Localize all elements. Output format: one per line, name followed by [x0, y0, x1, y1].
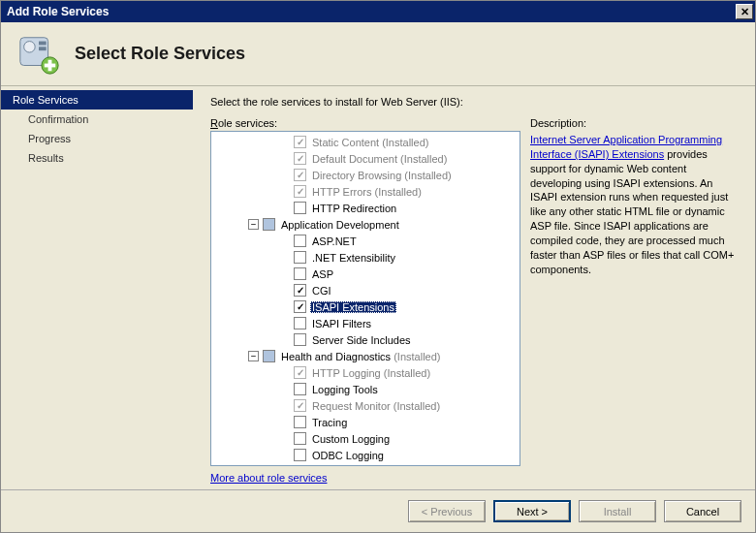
- close-icon[interactable]: ✕: [736, 4, 753, 19]
- checkbox: [294, 136, 306, 148]
- tree-node[interactable]: Server Side Includes: [211, 331, 520, 348]
- tree-node[interactable]: CGI: [211, 282, 520, 298]
- node-label[interactable]: Security: [279, 466, 371, 467]
- node-label[interactable]: HTTP Redirection: [310, 203, 398, 214]
- role-services-tree[interactable]: Static ContentDefault DocumentDirectory …: [210, 131, 520, 466]
- svg-rect-2: [39, 41, 47, 45]
- tree-node[interactable]: ODBC Logging: [211, 447, 520, 463]
- node-label[interactable]: .NET Extensibility: [310, 252, 397, 264]
- checkbox[interactable]: [294, 235, 306, 247]
- node-label[interactable]: HTTP Errors: [310, 186, 424, 198]
- checkbox[interactable]: [294, 251, 306, 264]
- node-label[interactable]: Custom Logging: [310, 433, 392, 445]
- node-label[interactable]: Health and Diagnostics: [279, 351, 442, 362]
- checkbox[interactable]: [294, 300, 306, 313]
- cancel-button[interactable]: Cancel: [664, 500, 741, 522]
- node-label[interactable]: ISAPI Extensions: [310, 301, 396, 313]
- previous-button[interactable]: < Previous: [408, 500, 486, 522]
- sidebar-step-results[interactable]: Results: [1, 148, 193, 168]
- checkbox: [294, 185, 306, 198]
- wizard-footer: < Previous Next > Install Cancel: [1, 489, 755, 532]
- tree-node[interactable]: Directory Browsing: [211, 167, 520, 183]
- checkbox[interactable]: [294, 284, 306, 297]
- tree-node[interactable]: Request Monitor: [211, 397, 520, 414]
- tree-node[interactable]: Static Content: [211, 134, 520, 150]
- window-title: Add Role Services: [7, 5, 109, 18]
- collapse-icon[interactable]: −: [248, 351, 259, 361]
- server-role-icon: [16, 32, 61, 77]
- checkbox[interactable]: [294, 432, 306, 445]
- node-label[interactable]: Directory Browsing: [310, 170, 454, 181]
- node-label[interactable]: ISAPI Filters: [310, 318, 373, 329]
- node-label[interactable]: ASP.NET: [310, 235, 359, 247]
- checkbox[interactable]: [294, 383, 306, 395]
- checkbox[interactable]: [263, 465, 275, 466]
- tree-node[interactable]: Tracing: [211, 414, 520, 430]
- checkbox[interactable]: [294, 202, 306, 214]
- checkbox: [294, 366, 306, 379]
- checkbox[interactable]: [294, 449, 306, 461]
- node-label[interactable]: Logging Tools: [310, 384, 380, 395]
- tree-node[interactable]: ASP: [211, 266, 520, 282]
- description-body: provides support for dynamic Web content…: [530, 148, 734, 275]
- tree-node[interactable]: ISAPI Filters: [211, 315, 520, 331]
- checkbox[interactable]: [263, 218, 275, 231]
- titlebar: Add Role Services ✕: [1, 1, 755, 22]
- description-panel: Description: Internet Server Application…: [530, 117, 740, 484]
- collapse-icon[interactable]: −: [248, 219, 259, 230]
- checkbox[interactable]: [294, 416, 306, 428]
- description-text: Internet Server Application Programming …: [530, 133, 736, 276]
- next-button[interactable]: Next >: [493, 500, 571, 522]
- node-label[interactable]: ASP: [310, 268, 335, 280]
- node-label[interactable]: Tracing: [310, 417, 349, 428]
- tree-node[interactable]: HTTP Redirection: [211, 200, 520, 216]
- node-label[interactable]: Request Monitor: [310, 400, 442, 412]
- tree-node[interactable]: Logging Tools: [211, 381, 520, 397]
- tree-node[interactable]: HTTP Logging: [211, 364, 520, 381]
- description-label: Description:: [530, 117, 736, 129]
- checkbox: [294, 152, 306, 165]
- tree-node[interactable]: Default Document: [211, 150, 520, 167]
- page-heading: Select Role Services: [75, 44, 245, 64]
- tree-node[interactable]: HTTP Errors: [211, 183, 520, 200]
- tree-node[interactable]: .NET Extensibility: [211, 249, 520, 266]
- tree-node[interactable]: ISAPI Extensions: [211, 298, 520, 315]
- wizard-steps: Role ServicesConfirmationProgressResults: [1, 86, 193, 489]
- instruction-text: Select the role services to install for …: [210, 96, 740, 108]
- tree-node[interactable]: −Application Development: [211, 216, 520, 233]
- checkbox[interactable]: [263, 350, 275, 362]
- sidebar-step-confirmation[interactable]: Confirmation: [1, 110, 193, 129]
- node-label[interactable]: Application Development: [279, 219, 401, 231]
- sidebar-step-progress[interactable]: Progress: [1, 129, 193, 148]
- node-label[interactable]: Static Content: [310, 137, 430, 148]
- install-button[interactable]: Install: [579, 500, 656, 522]
- more-about-link[interactable]: More about role services: [210, 472, 520, 484]
- node-label[interactable]: Server Side Includes: [310, 334, 413, 346]
- checkbox: [294, 399, 306, 412]
- tree-node[interactable]: ASP.NET: [211, 233, 520, 249]
- node-label[interactable]: ODBC Logging: [310, 450, 386, 461]
- svg-point-1: [24, 41, 35, 52]
- node-label[interactable]: CGI: [310, 285, 333, 297]
- node-label[interactable]: HTTP Logging: [310, 367, 432, 379]
- checkbox[interactable]: [294, 267, 306, 280]
- node-label[interactable]: Default Document: [310, 153, 449, 165]
- tree-node[interactable]: Custom Logging: [211, 430, 520, 447]
- checkbox[interactable]: [294, 317, 306, 329]
- checkbox[interactable]: [294, 333, 306, 346]
- sidebar-step-role-services[interactable]: Role Services: [1, 90, 193, 110]
- checkbox: [294, 169, 306, 181]
- svg-rect-6: [45, 63, 56, 67]
- wizard-header: Select Role Services: [1, 22, 755, 86]
- tree-node[interactable]: −Security: [211, 463, 520, 466]
- tree-label: Role services:: [210, 117, 520, 129]
- svg-rect-3: [39, 47, 47, 50]
- tree-node[interactable]: −Health and Diagnostics: [211, 348, 520, 364]
